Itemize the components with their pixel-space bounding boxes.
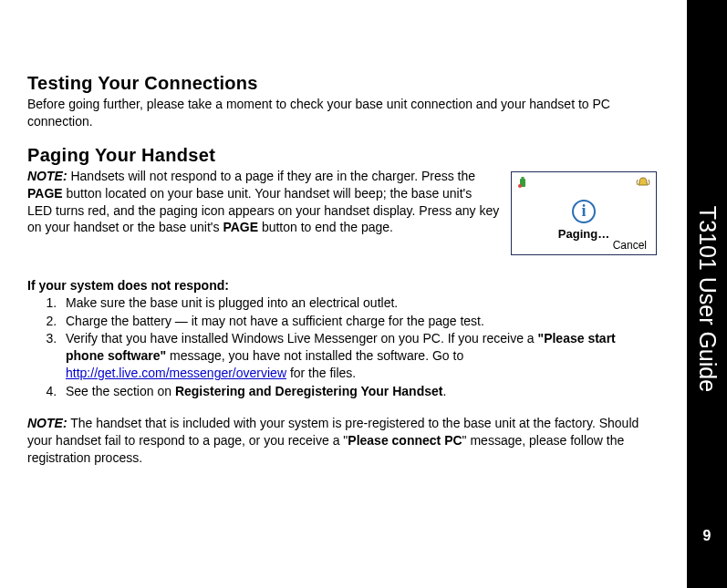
t: PAGE	[27, 186, 63, 201]
heading-paging: Paging Your Handset	[27, 145, 657, 166]
section-paging: Paging Your Handset i Paging… Cancel NOT…	[27, 145, 657, 263]
t: See the section on	[66, 384, 175, 398]
note2-body: NOTE: The handset that is included with …	[27, 415, 657, 467]
svg-rect-1	[522, 177, 524, 179]
bell-icon	[636, 176, 650, 189]
t: Registering and Deregistering Your Hands…	[175, 384, 443, 398]
t: Verify that you have installed Windows L…	[66, 331, 538, 346]
section-trouble: If your system does not respond: Make su…	[27, 277, 657, 400]
t: .	[442, 384, 446, 398]
t: button to end the page.	[258, 220, 393, 234]
page-content: Testing Your Connections Before going fu…	[27, 73, 657, 481]
list-item: Verify that you have installed Windows L…	[60, 330, 657, 382]
list-item: Make sure the base unit is plugged into …	[60, 294, 657, 312]
messenger-link[interactable]: http://get.live.com/messenger/overview	[66, 366, 286, 380]
trouble-heading: If your system does not respond:	[27, 277, 657, 294]
trouble-list: Make sure the base unit is plugged into …	[27, 294, 657, 400]
guide-title: T3101 User Guide	[694, 206, 721, 392]
t: for the files.	[286, 366, 356, 380]
list-item: Charge the battery — it may not have a s…	[60, 313, 657, 330]
t: message, you have not installed the soft…	[166, 348, 463, 363]
handset-screen: i Paging… Cancel	[511, 171, 657, 255]
body-testing: Before going further, please take a mome…	[27, 96, 657, 130]
page-number: 9	[687, 528, 727, 544]
note-label: NOTE:	[27, 416, 68, 430]
t: PAGE	[223, 220, 258, 234]
heading-testing: Testing Your Connections	[27, 73, 657, 94]
cancel-label: Cancel	[613, 239, 647, 252]
t: Handsets will not respond to a page if t…	[68, 169, 475, 183]
svg-point-2	[518, 184, 522, 188]
list-item: See the section on Registering and Dereg…	[60, 383, 657, 400]
t: Please connect PC	[348, 433, 462, 448]
section-testing: Testing Your Connections Before going fu…	[27, 73, 657, 130]
sidebar: T3101 User Guide 9	[687, 0, 727, 588]
charge-icon	[517, 176, 528, 189]
note-label: NOTE:	[27, 169, 68, 183]
info-icon: i	[572, 200, 596, 223]
section-note2: NOTE: The handset that is included with …	[27, 415, 657, 467]
